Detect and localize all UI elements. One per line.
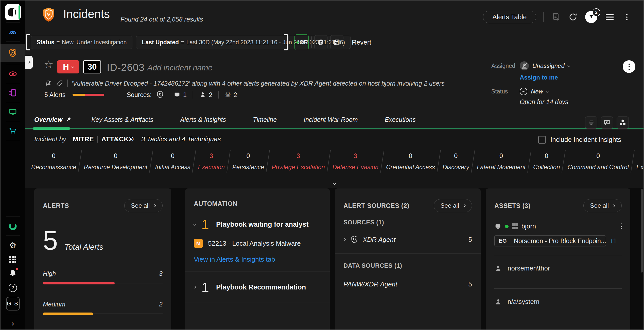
- sidebar-item-apps[interactable]: [1, 252, 25, 266]
- include-insights-toggle[interactable]: Include Incident Insights: [538, 136, 621, 144]
- sidebar-item-settings[interactable]: ⚙: [1, 238, 25, 252]
- refresh-button[interactable]: [568, 12, 578, 22]
- sidebar-item-help[interactable]: ?: [1, 281, 25, 295]
- sidebar-item-threat-intel[interactable]: [1, 67, 25, 81]
- mitre-brand: MITRE: [73, 135, 94, 143]
- assign-to-me-link[interactable]: Assign to me: [520, 74, 570, 81]
- user-row-1[interactable]: norsemen\thor: [494, 264, 622, 272]
- endpoint-group-tag[interactable]: EG Norsemen - Pro Block Endpoin...: [494, 235, 606, 246]
- incidents-page-icon: [41, 7, 56, 23]
- assets-see-all-button[interactable]: See all: [583, 199, 622, 212]
- xdr-agent-source-row[interactable]: XDR Agent 5: [343, 236, 472, 244]
- assignee-dropdown[interactable]: Unassigned: [532, 62, 570, 69]
- playbook-alert-item[interactable]: M 52213 - Local Analysis Malware: [194, 239, 321, 248]
- report-export-icon: [551, 12, 561, 22]
- header-divider: [543, 12, 544, 22]
- playbook-waiting-group[interactable]: 1 Playbook waiting for analyst: [194, 218, 321, 231]
- status-new-icon: [520, 88, 527, 95]
- sidebar-item-reports[interactable]: [1, 86, 25, 100]
- user-icon: [199, 91, 206, 98]
- tactic-resource-development[interactable]: 0 Resource Development: [80, 152, 151, 171]
- menu-button[interactable]: [604, 12, 615, 22]
- delete-filter-button[interactable]: [314, 35, 327, 49]
- tab-key-assets[interactable]: Key Assets & Artifacts: [91, 116, 153, 123]
- tactic-discovery[interactable]: 0 Discovery: [439, 152, 473, 171]
- vertical-scrollbar[interactable]: [641, 189, 643, 273]
- collapse-section-button[interactable]: [324, 182, 344, 188]
- alerts-see-all-button[interactable]: See all: [124, 199, 163, 212]
- tactic-persistence[interactable]: 0 Persistence: [229, 152, 268, 171]
- comments-button[interactable]: [601, 117, 613, 129]
- export-report-button[interactable]: [551, 12, 561, 22]
- sidebar-item-incidents[interactable]: [1, 44, 25, 62]
- tactic-command-and-control[interactable]: 0 Command and Control: [564, 152, 632, 171]
- tactic-execution[interactable]: 3 Execution: [194, 152, 228, 171]
- xdr-agent-shield-icon: [156, 91, 164, 99]
- assets-card: ASSETS (3) See all bjorn: [486, 188, 630, 330]
- tactic-reconnaissance[interactable]: 0 Reconnaissance: [28, 152, 80, 171]
- user-avatar[interactable]: G S: [1, 295, 25, 313]
- more-groups-link[interactable]: +1: [610, 237, 617, 245]
- severity-distribution-bar: [73, 94, 104, 96]
- incident-tabs: Overview Key Assets & Artifacts Alerts &…: [34, 116, 443, 123]
- incident-actions-button[interactable]: [623, 60, 635, 73]
- insights-checkbox[interactable]: [538, 136, 546, 144]
- blocks-view-button[interactable]: [617, 117, 629, 129]
- tab-timeline[interactable]: Timeline: [253, 116, 277, 123]
- total-alerts-label: Total Alerts: [64, 243, 103, 252]
- filter-bracket-container: Status = New, Under Investigation Last U…: [26, 34, 288, 50]
- tactic-collection[interactable]: 0 Collection: [530, 152, 563, 171]
- severity-badge[interactable]: H: [57, 60, 79, 73]
- filters-button[interactable]: 2: [585, 11, 597, 23]
- header-more-button[interactable]: [622, 12, 632, 22]
- host-actions-button[interactable]: [621, 223, 622, 229]
- expand-panel-handle[interactable]: [25, 56, 33, 69]
- star-incident-button[interactable]: ☆: [44, 59, 54, 70]
- host-row[interactable]: bjorn: [494, 222, 622, 230]
- save-filter-button[interactable]: [330, 35, 343, 49]
- filter-token-status[interactable]: Status = New, Under Investigation: [31, 36, 132, 49]
- tag-icon[interactable]: [56, 80, 63, 87]
- total-alerts-value: 5: [43, 227, 58, 254]
- tab-war-room[interactable]: Incident War Room: [304, 116, 358, 123]
- tactic-credential-access[interactable]: 0 Credential Access: [382, 152, 439, 171]
- sidebar-expand-button[interactable]: ›: [1, 317, 25, 329]
- add-or-filter-button[interactable]: + OR: [294, 34, 309, 50]
- high-bar-fill: [43, 282, 115, 284]
- status-dropdown[interactable]: New: [531, 88, 548, 95]
- insights-label: Include Incident Insights: [550, 136, 621, 144]
- sidebar-item-product[interactable]: [1, 219, 25, 233]
- automation-card: AUTOMATION 1 Playbook waiting for analys…: [185, 188, 330, 330]
- cortex-logo[interactable]: [5, 4, 21, 20]
- tactic-exfiltration[interactable]: 0 Exfiltration: [633, 152, 644, 171]
- sidebar-item-dashboard[interactable]: [1, 25, 25, 39]
- header-actions: Alerts Table 2: [483, 11, 632, 23]
- tactic-lateral-movement[interactable]: 0 Lateral Movement: [473, 152, 529, 171]
- mitre-attack-line: Incident by MITRE ATT&CK® 3 Tactics and …: [34, 135, 221, 143]
- layout-list-button[interactable]: [585, 117, 597, 129]
- chevron-right-icon: ›: [12, 320, 14, 327]
- alerts-table-button[interactable]: Alerts Table: [483, 11, 536, 23]
- incident-description-row: 'Vulnerable Driver Dropped - 1742486172'…: [44, 80, 445, 87]
- sidebar-item-marketplace[interactable]: [1, 124, 25, 138]
- mitre-band: Incident by MITRE ATT&CK® 3 Tactics and …: [25, 130, 643, 188]
- tactic-initial-access[interactable]: 0 Initial Access: [151, 152, 194, 171]
- user-row-2[interactable]: n/a\system: [494, 298, 622, 306]
- sidebar-item-endpoints[interactable]: [1, 105, 25, 119]
- tactic-defense-evasion[interactable]: 3 Defense Evasion: [329, 152, 382, 171]
- tab-alerts-insights[interactable]: Alerts & Insights: [180, 116, 226, 123]
- view-alerts-insights-link[interactable]: View in Alerts & Insights tab: [194, 256, 321, 263]
- bell-slash-icon[interactable]: [44, 80, 52, 87]
- playbook-recommendation-group[interactable]: 1 Playbook Recommendation: [194, 280, 321, 294]
- active-tab-indicator: [33, 127, 70, 130]
- monitor-icon: [8, 107, 18, 117]
- tactic-privilege-escalation[interactable]: 3 Privilege Escalation: [268, 152, 328, 171]
- incident-by-label: Incident by: [34, 135, 66, 143]
- sync-icon: [568, 12, 578, 22]
- tab-overview[interactable]: Overview: [34, 116, 72, 123]
- alert-sources-see-all-button[interactable]: See all: [434, 199, 472, 212]
- revert-button[interactable]: Revert: [352, 35, 371, 49]
- tab-executions[interactable]: Executions: [385, 116, 416, 123]
- sidebar-item-notifications[interactable]: [1, 266, 25, 281]
- incident-name-placeholder[interactable]: Add incident name: [147, 63, 213, 72]
